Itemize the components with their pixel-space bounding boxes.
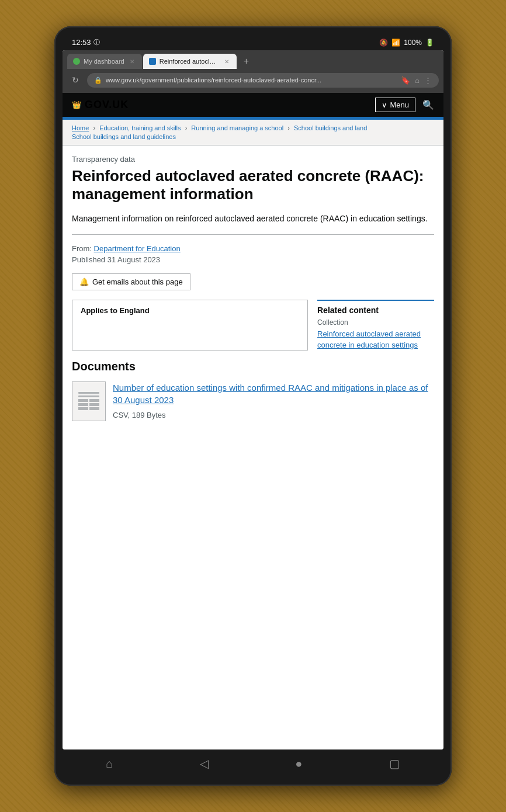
tab-title-dashboard: My dashboard (84, 58, 124, 65)
from-label: From: (72, 244, 92, 253)
address-bar-actions: 🔖 ⌂ ⋮ (401, 76, 432, 85)
doc-cell-2 (89, 399, 99, 402)
menu-button[interactable]: ∨ Menu (375, 98, 415, 112)
tab-title-raac: Reinforced autoclaved aerat... (160, 58, 219, 65)
doc-icon-line-2 (78, 395, 99, 397)
breadcrumb-home[interactable]: Home (72, 124, 89, 131)
document-item: Number of education settings with confir… (72, 381, 434, 421)
breadcrumb-guidelines[interactable]: School buildings and land guidelines (72, 133, 176, 140)
bell-icon: 🔔 (79, 277, 89, 286)
status-bar: 12:53 ⓘ 🔕 📶 100% 🔋 (63, 37, 443, 50)
tab-close-raac[interactable]: ✕ (223, 57, 231, 65)
more-icon[interactable]: ⋮ (424, 76, 432, 85)
tab-favicon-dashboard (73, 58, 80, 65)
documents-title: Documents (72, 360, 434, 373)
breadcrumb-second-row: School buildings and land guidelines (72, 133, 434, 140)
doc-cell-1 (78, 399, 88, 402)
related-title: Related content (317, 306, 434, 315)
applies-box: Applies to England (72, 300, 308, 350)
get-emails-button[interactable]: 🔔 Get emails about this page (72, 273, 190, 290)
battery-icon: 🔋 (425, 39, 434, 47)
address-bar-row: ↻ 🔒 www.gov.uk/government/publications/r… (63, 69, 443, 93)
android-nav: ⌂ ◁ ● ▢ (63, 749, 443, 775)
two-col-section: Applies to England Related content Colle… (72, 300, 434, 350)
collection-label: Collection (317, 318, 434, 327)
document-icon (72, 381, 106, 421)
tab-favicon-raac (149, 58, 156, 65)
address-bar[interactable]: 🔒 www.gov.uk/government/publications/rei… (87, 73, 439, 88)
status-info-icon: ⓘ (93, 38, 100, 47)
nav-overview-button[interactable]: ▢ (377, 754, 412, 773)
applies-label: Applies to England (81, 306, 150, 315)
related-link[interactable]: Reinforced autoclaved aerated concrete i… (317, 329, 434, 350)
page-description: Management information on reinforced aut… (72, 213, 434, 235)
document-info: Number of education settings with confir… (113, 381, 434, 420)
breadcrumb: Home › Education, training and skills › … (63, 120, 443, 145)
govuk-logo-text[interactable]: GOV.UK (85, 99, 129, 111)
doc-icon-grid (78, 399, 99, 410)
wifi-icon: 📶 (391, 39, 400, 47)
published-date: Published 31 August 2023 (72, 255, 434, 264)
crown-icon: 👑 (72, 100, 81, 109)
from-link[interactable]: Department for Education (94, 244, 181, 253)
doc-cell-5 (78, 407, 88, 410)
tablet: 12:53 ⓘ 🔕 📶 100% 🔋 My dashboard ✕ Rei (54, 26, 452, 786)
govuk-logo-group: 👑 GOV.UK (72, 99, 129, 111)
chevron-down-icon: ∨ (382, 100, 387, 109)
email-btn-label: Get emails about this page (92, 277, 183, 286)
govuk-header: 👑 GOV.UK ∨ Menu 🔍 (63, 93, 443, 117)
doc-cell-6 (89, 407, 99, 410)
nav-recents-button[interactable]: ● (283, 755, 314, 773)
govuk-main-content: Transparency data Reinforced autoclaved … (63, 145, 443, 431)
status-left: 12:53 ⓘ (72, 38, 100, 47)
from-row: From: Department for Education (72, 244, 434, 253)
document-meta: CSV, 189 Bytes (113, 411, 166, 419)
tab-raac[interactable]: Reinforced autoclaved aerat... ✕ (143, 54, 237, 69)
refresh-button[interactable]: ↻ (67, 72, 84, 88)
battery: 100% (404, 39, 422, 47)
menu-label: Menu (390, 100, 409, 109)
nav-back-button[interactable]: ◁ (188, 754, 220, 773)
url-text: www.gov.uk/government/publications/reinf… (106, 77, 397, 84)
page-type-label: Transparency data (72, 155, 434, 164)
govuk-page: 👑 GOV.UK ∨ Menu 🔍 Home › Education, trai… (63, 93, 443, 749)
tab-dashboard[interactable]: My dashboard ✕ (67, 54, 142, 69)
govuk-header-nav: ∨ Menu 🔍 (375, 98, 434, 112)
status-right: 🔕 📶 100% 🔋 (379, 39, 434, 47)
nav-home-button[interactable]: ⌂ (94, 755, 124, 773)
mute-icon: 🔕 (379, 39, 388, 47)
browser-chrome: My dashboard ✕ Reinforced autoclaved aer… (63, 50, 443, 93)
doc-cell-4 (89, 403, 99, 406)
tab-close-dashboard[interactable]: ✕ (128, 57, 136, 65)
page-title: Reinforced autoclaved aerated concrete (… (72, 167, 434, 203)
bookmark-icon[interactable]: 🔖 (401, 76, 410, 85)
document-link[interactable]: Number of education settings with confir… (113, 381, 434, 406)
new-tab-button[interactable]: + (239, 54, 254, 69)
breadcrumb-running[interactable]: Running and managing a school (191, 124, 283, 131)
breadcrumb-buildings[interactable]: School buildings and land (294, 124, 367, 131)
lock-icon: 🔒 (94, 77, 102, 84)
home-icon[interactable]: ⌂ (415, 76, 420, 85)
related-content: Related content Collection Reinforced au… (317, 300, 434, 350)
search-icon[interactable]: 🔍 (422, 99, 434, 110)
screen: My dashboard ✕ Reinforced autoclaved aer… (63, 50, 443, 749)
doc-icon-line-1 (78, 392, 99, 394)
breadcrumb-education[interactable]: Education, training and skills (99, 124, 181, 131)
tabs-bar: My dashboard ✕ Reinforced autoclaved aer… (63, 50, 443, 69)
doc-cell-3 (78, 403, 88, 406)
clock: 12:53 (72, 38, 91, 47)
